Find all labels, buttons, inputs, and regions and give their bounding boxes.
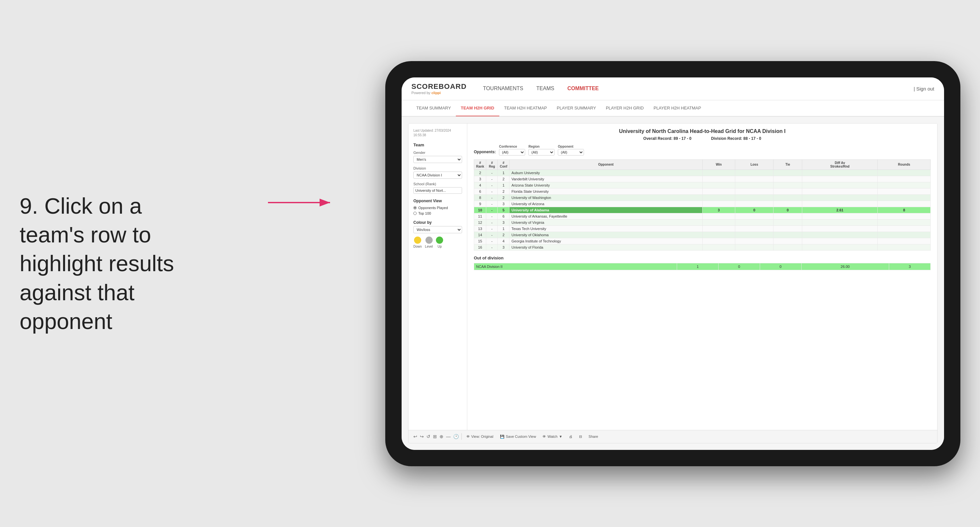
cell-loss xyxy=(735,213,773,219)
table-row[interactable]: 10-5University of Alabama3002.618 xyxy=(474,207,931,213)
reset-icon[interactable]: ↺ xyxy=(426,434,430,439)
cell-reg: - xyxy=(486,238,498,244)
cell-conf: 6 xyxy=(498,213,509,219)
cell-reg: - xyxy=(486,225,498,232)
gender-select[interactable]: Men's xyxy=(414,156,462,163)
cell-tie xyxy=(773,188,802,194)
table-row[interactable]: 2-1Auburn University xyxy=(474,170,931,176)
records-row: Overall Record: 89 - 17 - 0 Division Rec… xyxy=(474,136,931,141)
nav-tournaments[interactable]: TOURNAMENTS xyxy=(483,84,523,93)
level-circle xyxy=(425,237,433,244)
cell-rank: 11 xyxy=(474,213,486,219)
sidebar: Last Updated: 27/03/2024 16:55:38 Team G… xyxy=(409,124,467,430)
division-record: Division Record: 88 - 17 - 0 xyxy=(711,136,761,141)
cell-win xyxy=(702,232,735,238)
copy-icon[interactable]: ⊕ xyxy=(439,434,444,439)
watch-icon: 👁 xyxy=(542,435,546,438)
clock-icon[interactable]: 🕐 xyxy=(453,434,459,439)
save-icon: 💾 xyxy=(500,435,504,439)
cell-conf: 1 xyxy=(498,225,509,232)
cell-reg: - xyxy=(486,244,498,250)
cell-loss xyxy=(735,232,773,238)
cell-diff xyxy=(802,219,878,225)
cell-win xyxy=(702,213,735,219)
cell-diff xyxy=(802,194,878,201)
table-row[interactable]: 11-6University of Arkansas, Fayetteville xyxy=(474,213,931,219)
conference-select[interactable]: (All) xyxy=(499,149,525,156)
cell-conf: 2 xyxy=(498,188,509,194)
undo-icon[interactable]: ↩ xyxy=(414,434,417,439)
ood-row[interactable]: NCAA Division II 1 0 0 26.00 3 xyxy=(474,263,931,270)
table-row[interactable]: 12-3University of Virginia xyxy=(474,219,931,225)
cell-conf: 3 xyxy=(498,201,509,207)
cell-diff xyxy=(802,182,878,188)
watch-btn[interactable]: 👁 Watch ▼ xyxy=(541,433,564,439)
ood-label: Out of division xyxy=(474,255,931,260)
cell-loss xyxy=(735,182,773,188)
cell-reg: - xyxy=(486,182,498,188)
ood-diff: 26.00 xyxy=(801,263,889,270)
cell-tie: 0 xyxy=(773,207,802,213)
save-custom-btn[interactable]: 💾 Save Custom View xyxy=(498,433,538,440)
cell-tie xyxy=(773,232,802,238)
cell-diff xyxy=(802,232,878,238)
cell-opponent: Vanderbilt University xyxy=(509,176,703,182)
logo-area: SCOREBOARD Powered by clippi xyxy=(411,82,467,95)
cell-win xyxy=(702,201,735,207)
table-row[interactable]: 8-2University of Washington xyxy=(474,194,931,201)
grid-title: University of North Carolina Head-to-Hea… xyxy=(474,128,931,134)
tab-player-h2h-heatmap[interactable]: PLAYER H2H HEATMAP xyxy=(649,100,706,116)
cell-reg: - xyxy=(486,207,498,213)
print-btn[interactable]: 🖨 xyxy=(567,433,574,439)
radio-top-100[interactable]: Top 100 xyxy=(414,212,462,215)
content-area: University of North Carolina Head-to-Hea… xyxy=(467,124,937,430)
table-row[interactable]: 6-2Florida State University xyxy=(474,188,931,194)
table-row[interactable]: 3-2Vanderbilt University xyxy=(474,176,931,182)
division-select[interactable]: NCAA Division I xyxy=(414,172,462,179)
cell-rounds xyxy=(878,170,931,176)
sign-out-link[interactable]: | Sign out xyxy=(914,86,934,91)
table-row[interactable]: 15-4Georgia Institute of Technology xyxy=(474,238,931,244)
cell-loss xyxy=(735,244,773,250)
nav-committee[interactable]: COMMITTEE xyxy=(567,84,599,93)
colour-by-select[interactable]: Win/loss xyxy=(414,226,462,233)
cell-reg: - xyxy=(486,213,498,219)
table-row[interactable]: 4-1Arizona State University xyxy=(474,182,931,188)
tab-player-h2h-grid[interactable]: PLAYER H2H GRID xyxy=(601,100,649,116)
cell-reg: - xyxy=(486,194,498,201)
tab-player-summary[interactable]: PLAYER SUMMARY xyxy=(552,100,601,116)
view-original-btn[interactable]: 👁 View: Original xyxy=(465,433,495,439)
cell-diff: 2.61 xyxy=(802,207,878,213)
cell-rounds: 8 xyxy=(878,207,931,213)
scene: 9. Click on a team's row to highlight re… xyxy=(0,0,980,527)
region-filter: Region (All) xyxy=(528,145,555,156)
region-select[interactable]: (All) xyxy=(528,149,555,156)
table-row[interactable]: 16-3University of Florida xyxy=(474,244,931,250)
school-value[interactable]: University of Nort... xyxy=(414,187,462,194)
redo-icon[interactable]: ↪ xyxy=(420,434,424,439)
cell-reg: - xyxy=(486,176,498,182)
toolbar: ↩ ↪ ↺ ⊞ ⊕ — 🕐 👁 View: Original � xyxy=(409,430,937,443)
share-btn[interactable]: Share xyxy=(587,433,600,439)
filters-row: Opponents: Conference (All) Region xyxy=(474,145,931,156)
cell-loss xyxy=(735,225,773,232)
table-row[interactable]: 9-3University of Arizona xyxy=(474,201,931,207)
cell-conf: 2 xyxy=(498,232,509,238)
cell-opponent: Texas Tech University xyxy=(509,225,703,232)
tab-team-h2h-heatmap[interactable]: TEAM H2H HEATMAP xyxy=(499,100,552,116)
table-row[interactable]: 14-2University of Oklahoma xyxy=(474,232,931,238)
nav-teams[interactable]: TEAMS xyxy=(536,84,554,93)
tab-team-summary[interactable]: TEAM SUMMARY xyxy=(411,100,456,116)
tab-team-h2h-grid[interactable]: TEAM H2H GRID xyxy=(456,100,499,116)
opponent-select[interactable]: (All) xyxy=(558,149,584,156)
camera-icon[interactable]: ⊞ xyxy=(433,434,437,439)
ood-win: 1 xyxy=(677,263,719,270)
radio-opponents-played[interactable]: Opponents Played xyxy=(414,206,462,210)
cell-conf: 2 xyxy=(498,194,509,201)
layout-btn[interactable]: ⊟ xyxy=(577,433,584,440)
ood-table: NCAA Division II 1 0 0 26.00 3 xyxy=(474,263,931,270)
cell-tie xyxy=(773,194,802,201)
app-logo: SCOREBOARD xyxy=(411,82,467,91)
ood-tie: 0 xyxy=(760,263,801,270)
table-row[interactable]: 13-1Texas Tech University xyxy=(474,225,931,232)
